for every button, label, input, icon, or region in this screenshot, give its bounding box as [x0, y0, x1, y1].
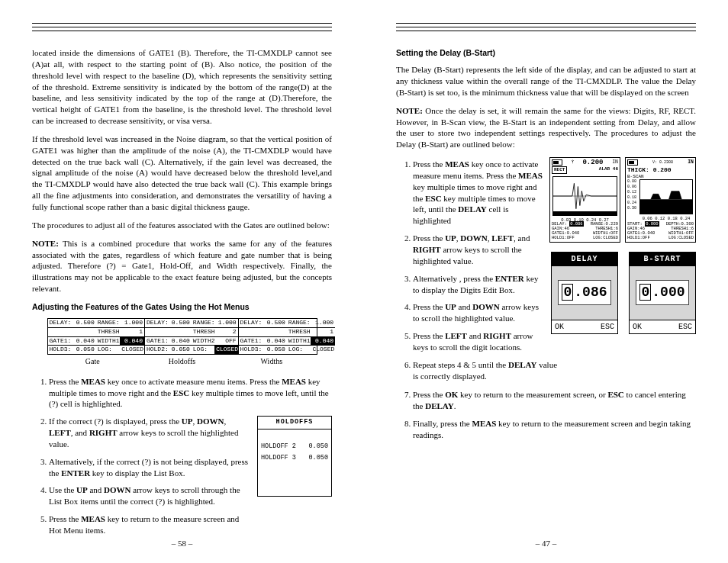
header-rule — [32, 23, 332, 31]
scope-rect: ⫯0.200IN RECTALAR 46 0.03 0.10 0.24 0.27 — [549, 157, 620, 243]
right-step-4: Press the UP and DOWN arrow keys to scro… — [413, 301, 561, 324]
holdoffs-listbox: HOLDOFFS HOLDOFF 20.050 HOLDOFF 30.050 — [257, 416, 332, 496]
antenna-icon: ⫯ — [572, 159, 574, 166]
note-label: NOTE: — [396, 106, 423, 115]
left-step-4: Use the UP and DOWN arrow keys to scroll… — [49, 484, 251, 507]
ok-button[interactable]: OK — [555, 322, 564, 333]
hot-col-gate: DELAY:0.500RANGE:1.000 THRESH1:1 GATE1:0… — [48, 319, 145, 354]
svg-rect-1 — [553, 211, 617, 215]
scope-left-hotmenu: DELAY: 0.086RANGE:0.229 GAIN:46THRESH1:6… — [552, 222, 618, 240]
right-step-5: Press the LEFT and RIGHT arrow keys to s… — [413, 330, 561, 353]
hot-col-widths: DELAY:0.500RANGE:1.000 THRESH3:1 GATE1:0… — [239, 319, 335, 354]
note-combined-procedure: NOTE: This is a combined procedure that … — [32, 238, 332, 294]
page-left: located inside the dimensions of GATE1 (… — [0, 0, 364, 563]
hot-menu-labels: Gate Holdoffs Widths — [48, 356, 317, 367]
bstart-edit-box: B-START 0.000 OKESC — [629, 252, 696, 334]
esc-button[interactable]: ESC — [678, 322, 692, 333]
right-step-1: Press the MEAS key once to activate meas… — [413, 159, 561, 227]
section-title-delay: Setting the Delay (B-Start) — [396, 47, 696, 58]
steps-block-right: ⫯0.200IN RECTALAR 46 0.03 0.10 0.24 0.27 — [396, 157, 696, 388]
esc-button[interactable]: ESC — [601, 322, 614, 333]
left-step-5: Press the MEAS key to return to the meas… — [49, 513, 251, 536]
two-page-spread: located inside the dimensions of GATE1 (… — [0, 0, 728, 563]
page-number-right: – 47 – — [364, 538, 728, 549]
para-delay-intro: The Delay (B-Start) represents the left … — [396, 64, 696, 98]
holdoff-row-2: HOLDOFF 20.050 — [258, 440, 331, 452]
svg-rect-2 — [640, 200, 692, 214]
note-delay: NOTE: Once the delay is set, it will rem… — [396, 105, 696, 150]
scope-right-hotmenu: START: 0.000DEPTH:0.300 GAIN:46THRESH1:6… — [627, 222, 694, 240]
bscan-plot — [639, 179, 693, 214]
scope-bscan: V: 0.2308IN THICK: 0.200 B-SCAN 0.00 0.0… — [625, 157, 696, 243]
para-gate-intro-1: located inside the dimensions of GATE1 (… — [32, 47, 332, 127]
hot-label-gate: Gate — [48, 356, 137, 367]
note-text: Once the delay is set, it will remain th… — [396, 106, 696, 150]
hot-menu-table: DELAY:0.500RANGE:1.000 THRESH1:1 GATE1:0… — [47, 318, 317, 355]
header-rule — [396, 23, 696, 31]
left-steps: Press the MEAS key once to activate meas… — [32, 376, 332, 410]
delay-edit-box: DELAY 0.086 OKESC — [551, 252, 618, 334]
para-gate-intro-3: The procedures to adjust all of the feat… — [32, 220, 332, 231]
right-step-2: Press the UP, DOWN, LEFT, and RIGHT arro… — [413, 233, 561, 267]
hot-label-widths: Widths — [227, 356, 316, 367]
waveform-plot — [552, 176, 617, 216]
battery-icon — [552, 159, 562, 166]
para-gate-intro-2: If the threshold level was increased in … — [32, 134, 332, 213]
right-step-6: Repeat steps 4 & 5 until the DELAY value… — [413, 359, 561, 382]
left-step-1: Press the MEAS key once to activate meas… — [49, 376, 332, 410]
note-text: This is a combined procedure that works … — [32, 239, 332, 293]
steps-block-left: Press the MEAS key once to activate meas… — [32, 375, 332, 549]
hot-col-holdoffs: DELAY:0.500RANGE:1.000 THRESH2:2 GATE1:0… — [145, 319, 239, 354]
ok-button[interactable]: OK — [633, 322, 642, 333]
left-step-3: Alternatively, if the correct (?) is not… — [49, 456, 251, 479]
right-step-7: Press the OK key to return to the measur… — [413, 389, 696, 412]
section-title-gates: Adjusting the Features of the Gates Usin… — [32, 301, 332, 312]
note-label: NOTE: — [32, 239, 59, 248]
hot-label-holdoffs: Holdoffs — [137, 356, 227, 367]
page-number-left: – 58 – — [0, 538, 364, 549]
battery-icon — [627, 159, 638, 166]
right-step-8: Finally, press the MEAS key to return to… — [413, 418, 696, 441]
right-steps-7-8: Press the OK key to return to the measur… — [396, 389, 696, 440]
right-steps-1-6: Press the MEAS key once to activate meas… — [396, 159, 561, 381]
holdoffs-title: HOLDOFFS — [258, 417, 331, 429]
left-step-2: If the correct (?) is displayed, press t… — [49, 416, 251, 450]
right-step-3: Alternatively , press the ENTER key to d… — [413, 273, 561, 296]
left-steps-cont: If the correct (?) is displayed, press t… — [32, 416, 251, 542]
scope-figures: ⫯0.200IN RECTALAR 46 0.03 0.10 0.24 0.27 — [549, 157, 696, 334]
holdoff-row-3: HOLDOFF 30.050 — [258, 452, 331, 463]
page-right: Setting the Delay (B-Start) The Delay (B… — [364, 0, 728, 563]
